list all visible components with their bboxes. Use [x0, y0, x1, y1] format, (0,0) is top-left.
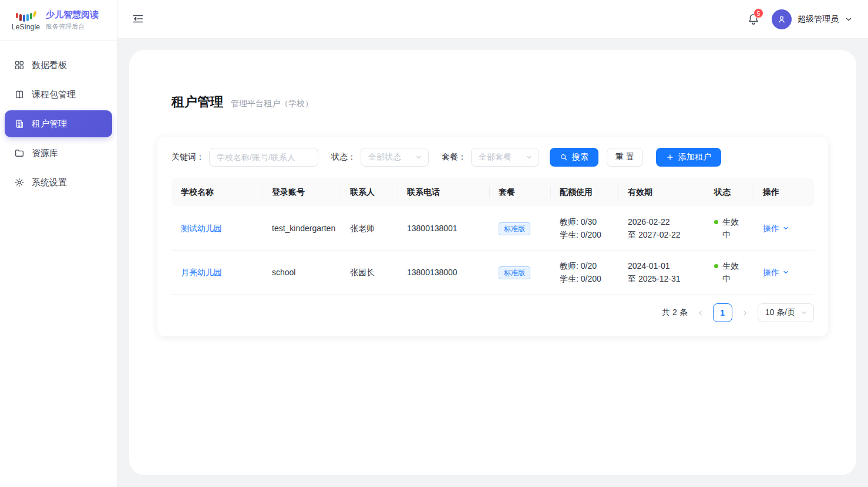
gear-icon	[14, 177, 25, 188]
search-button[interactable]: 搜索	[550, 148, 598, 167]
content-card: 租户管理 管理平台租户（学校） 关键词： 状态： 全部状态 套餐： 全部套餐	[129, 50, 856, 475]
valid-from: 2024-01-01	[628, 259, 695, 272]
quota-cell: 教师: 0/20 学生: 0/200	[550, 251, 618, 295]
menu-fold-icon[interactable]	[132, 12, 146, 26]
valid-to: 至 2027-02-22	[628, 228, 695, 241]
notification-bell-icon[interactable]: 5	[747, 12, 761, 26]
table-row: 月亮幼儿园 school 张园长 13800138000 标准版 教师: 0/2…	[171, 251, 814, 295]
validity-cell: 2026-02-22 至 2027-02-22	[618, 207, 705, 251]
contact-name: 张园长	[341, 251, 398, 295]
search-icon	[560, 153, 568, 161]
folder-icon	[14, 148, 25, 158]
school-name-link[interactable]: 月亮幼儿园	[181, 268, 222, 277]
sidebar-item-label: 课程包管理	[32, 89, 76, 100]
col-validity: 有效期	[618, 178, 705, 207]
quota-student: 学生: 0/200	[560, 272, 609, 285]
page-title: 租户管理	[171, 93, 223, 111]
contact-name: 张老师	[341, 207, 398, 251]
status-badge: 生效中	[714, 215, 747, 241]
sidebar-item-label: 资源库	[32, 148, 58, 159]
brand-title: 少儿智慧阅读	[46, 9, 99, 21]
user-name: 超级管理员	[798, 14, 839, 25]
user-menu[interactable]: 超级管理员	[772, 9, 853, 29]
brand-area: LeSingle 少儿智慧阅读 服务管理后台	[0, 0, 117, 41]
pagination-page-1[interactable]: 1	[713, 303, 732, 322]
quota-cell: 教师: 0/30 学生: 0/200	[550, 207, 618, 251]
sidebar-item-label: 数据看板	[32, 60, 67, 71]
chevron-down-icon	[526, 154, 533, 161]
reset-button[interactable]: 重 置	[607, 148, 643, 167]
sidebar-item-course-packages[interactable]: 课程包管理	[5, 81, 112, 108]
plan-badge: 标准版	[499, 222, 530, 235]
brand-subtitle: 服务管理后台	[46, 22, 99, 31]
valid-from: 2026-02-22	[628, 215, 695, 228]
quota-teacher: 教师: 0/20	[560, 259, 609, 272]
top-header: 5 超级管理员	[117, 0, 868, 39]
sidebar-item-label: 租户管理	[32, 119, 67, 130]
col-login-account: 登录账号	[263, 178, 341, 207]
page-head: 租户管理 管理平台租户（学校）	[171, 93, 313, 111]
login-account: test_kindergarten	[263, 207, 341, 251]
pagination-total: 共 2 条	[662, 307, 688, 318]
add-tenant-button-label: 添加租户	[678, 152, 711, 163]
chevron-down-icon	[800, 309, 808, 316]
col-actions: 操作	[753, 178, 814, 207]
status-dot-icon	[714, 264, 718, 268]
pagination: 共 2 条 1 10 条/页	[171, 303, 814, 322]
contact-phone: 13800138001	[398, 207, 489, 251]
logo-wordmark: LeSingle	[12, 23, 40, 31]
status-select-value: 全部状态	[368, 152, 401, 163]
notification-badge: 5	[753, 8, 763, 18]
sidebar-item-label: 系统设置	[32, 177, 67, 188]
book-icon	[14, 89, 25, 100]
keyword-label: 关键词：	[171, 152, 204, 163]
login-account: school	[263, 251, 341, 295]
chevron-down-icon	[782, 269, 789, 276]
tenant-panel: 关键词： 状态： 全部状态 套餐： 全部套餐 搜索	[157, 137, 828, 336]
keyword-input[interactable]	[209, 148, 318, 167]
dashboard-icon	[14, 60, 25, 70]
col-contact: 联系人	[341, 178, 398, 207]
col-plan: 套餐	[489, 178, 550, 207]
contact-phone: 13800138000	[398, 251, 489, 295]
pagination-next-icon[interactable]	[741, 309, 749, 317]
sidebar-item-tenant-management[interactable]: 租户管理	[5, 110, 112, 137]
col-phone: 联系电话	[398, 178, 489, 207]
chevron-down-icon	[415, 154, 422, 161]
filter-bar: 关键词： 状态： 全部状态 套餐： 全部套餐 搜索	[171, 148, 814, 167]
page-subtitle: 管理平台租户（学校）	[231, 99, 313, 109]
page-size-select[interactable]: 10 条/页	[758, 303, 814, 322]
pagination-prev-icon[interactable]	[697, 309, 704, 317]
quota-teacher: 教师: 0/30	[560, 215, 609, 228]
user-avatar	[772, 9, 792, 29]
table-row: 测试幼儿园 test_kindergarten 张老师 13800138001 …	[171, 207, 814, 251]
row-actions-dropdown[interactable]: 操作	[763, 266, 789, 279]
add-tenant-button[interactable]: 添加租户	[656, 148, 721, 167]
status-dot-icon	[714, 220, 718, 224]
plan-select-value: 全部套餐	[479, 152, 512, 163]
sidebar-item-resource-library[interactable]: 资源库	[5, 140, 112, 167]
page-size-value: 10 条/页	[765, 307, 795, 318]
sidebar-item-system-settings[interactable]: 系统设置	[5, 169, 112, 196]
tenant-table: 学校名称 登录账号 联系人 联系电话 套餐 配额使用 有效期 状态 操作 测试幼…	[171, 178, 814, 295]
sidebar-item-dashboard[interactable]: 数据看板	[5, 52, 112, 79]
col-school-name: 学校名称	[171, 178, 263, 207]
school-name-link[interactable]: 测试幼儿园	[181, 224, 222, 233]
sidebar-menu: 数据看板 课程包管理 租户管理	[0, 41, 117, 207]
col-status: 状态	[705, 178, 753, 207]
reset-button-label: 重 置	[615, 152, 634, 163]
plus-icon	[666, 153, 674, 161]
valid-to: 至 2025-12-31	[628, 272, 695, 285]
row-actions-dropdown[interactable]: 操作	[763, 222, 789, 235]
building-icon	[14, 119, 25, 129]
sidebar: LeSingle 少儿智慧阅读 服务管理后台 数据看板 课程	[0, 0, 117, 487]
quota-student: 学生: 0/200	[560, 228, 609, 241]
plan-select[interactable]: 全部套餐	[471, 148, 539, 167]
search-button-label: 搜索	[572, 152, 588, 163]
col-quota: 配额使用	[550, 178, 618, 207]
validity-cell: 2024-01-01 至 2025-12-31	[618, 251, 705, 295]
chevron-down-icon	[845, 15, 853, 23]
logo-bars-icon	[16, 10, 36, 21]
status-label: 状态：	[331, 152, 356, 163]
status-select[interactable]: 全部状态	[361, 148, 429, 167]
